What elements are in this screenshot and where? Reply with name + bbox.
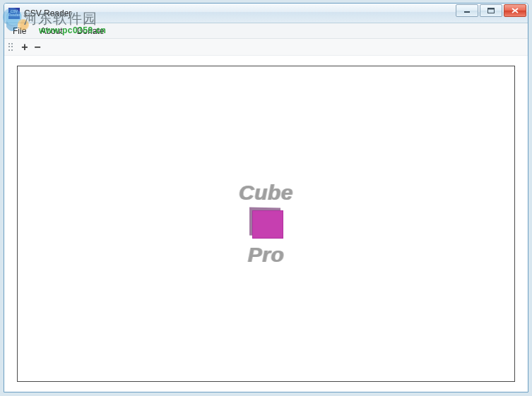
minimize-button[interactable] <box>456 4 478 17</box>
logo-text-top: Cube <box>239 181 293 205</box>
close-button[interactable] <box>504 4 526 17</box>
app-window: CSV Reader CSV Reader <box>4 3 528 392</box>
maximize-button[interactable] <box>480 4 502 17</box>
app-icon: CSV Reader <box>8 8 20 19</box>
svg-rect-2 <box>488 8 495 10</box>
content-viewport: Cube Pro <box>17 66 515 382</box>
window-title: CSV Reader <box>24 8 71 18</box>
maximize-icon <box>487 8 495 13</box>
viewport-container: Cube Pro <box>4 56 528 392</box>
zoom-out-button[interactable]: − <box>31 41 44 54</box>
toolbar: + − <box>4 39 528 56</box>
minimize-icon <box>463 8 471 13</box>
cube-icon <box>247 208 286 241</box>
logo-text-bottom: Pro <box>239 243 293 267</box>
svg-rect-0 <box>464 11 470 13</box>
toolbar-grip <box>8 42 14 52</box>
menu-file[interactable]: File <box>6 23 33 38</box>
app-logo: Cube Pro <box>239 181 293 267</box>
zoom-in-button[interactable]: + <box>18 41 31 54</box>
menu-donate[interactable]: Donate <box>70 23 112 38</box>
menu-bar: File About Donate <box>4 23 528 39</box>
menu-about[interactable]: About <box>33 23 69 38</box>
window-controls <box>456 4 526 17</box>
title-bar: CSV Reader CSV Reader <box>4 4 528 23</box>
close-icon <box>512 8 519 13</box>
